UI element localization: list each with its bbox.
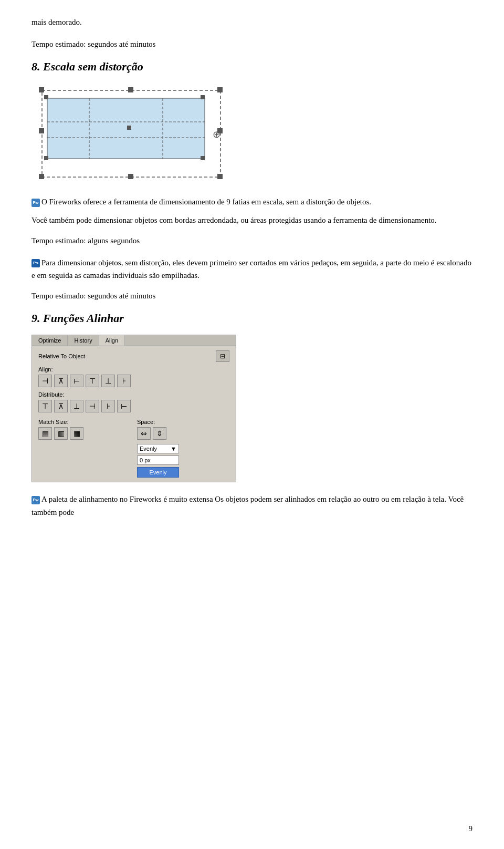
match-size-section: Match Size: ▤ ▥ ▦	[38, 417, 131, 444]
tab-history[interactable]: History	[68, 335, 99, 346]
section-8-para-3-text: Para dimensionar objetos, sem distorção,…	[32, 258, 471, 280]
tab-optimize[interactable]: Optimize	[32, 335, 68, 346]
space-section: Space: ⇔ ⇕ Evenly ▼ 0 px Evenly	[137, 417, 229, 478]
section-8-heading: 8. Escala sem distorção	[32, 60, 472, 74]
align-panel-tabs: Optimize History Align	[32, 335, 236, 346]
distribute-icons-row: ⊤ ⊼ ⊥ ⊣ ⊦ ⊢	[38, 400, 229, 412]
align-top-btn[interactable]: ⊤	[86, 375, 99, 387]
tab-align[interactable]: Align	[99, 335, 125, 346]
section-9-para-1-text: A paleta de alinhamento no Fireworks é m…	[32, 495, 464, 516]
space-label: Space:	[137, 419, 229, 425]
section-8-para-1-text: O Fireworks oferece a ferramenta de dime…	[41, 198, 371, 206]
svg-rect-9	[47, 98, 205, 159]
time-estimate-1: Tempo estimado: segundos até minutos	[32, 38, 472, 50]
relative-to-row: Relative To Object ⊟	[38, 350, 229, 362]
section-8-para-2: Você também pode dimensionar objetos com…	[32, 214, 472, 227]
align-panel-body: Relative To Object ⊟ Align: ⊣ ⊼ ⊢ ⊤ ⊥ ⊦ …	[32, 346, 236, 482]
svg-rect-6	[128, 174, 133, 179]
svg-rect-5	[128, 87, 133, 92]
relative-to-button[interactable]: ⊟	[216, 350, 229, 362]
align-section-label: Align:	[38, 366, 229, 372]
time-estimate-2: Tempo estimado: segundos até minutos	[32, 289, 472, 302]
dist-center-v-btn[interactable]: ⊦	[101, 400, 115, 412]
svg-rect-16	[44, 95, 48, 99]
scale-diagram: ⊕	[32, 85, 236, 185]
match-both-btn[interactable]: ▦	[70, 427, 83, 440]
section-8-para-1: FwO Fireworks oferece a ferramenta de di…	[32, 195, 472, 227]
svg-rect-3	[39, 174, 44, 179]
svg-text:⊕: ⊕	[213, 129, 220, 140]
space-v-btn[interactable]: ⇕	[153, 427, 166, 440]
align-right-btn[interactable]: ⊢	[70, 375, 83, 387]
align-panel: Optimize History Align Relative To Objec…	[32, 335, 236, 482]
align-bottom-row: Match Size: ▤ ▥ ▦ Space: ⇔ ⇕ Evenly	[38, 417, 229, 478]
space-dropdown-value: Evenly	[140, 446, 157, 452]
svg-rect-2	[217, 87, 223, 92]
section-9-heading: 9. Funções Alinhar	[32, 312, 472, 325]
svg-rect-14	[127, 126, 131, 130]
svg-rect-1	[39, 87, 44, 92]
space-dropdown[interactable]: Evenly ▼	[137, 444, 179, 453]
space-h-btn[interactable]: ⇔	[137, 427, 151, 440]
align-center-h-btn[interactable]: ⊼	[54, 375, 68, 387]
space-dropdown-arrow: ▼	[171, 446, 176, 452]
svg-rect-19	[201, 156, 205, 160]
intro-text: mais demorado.	[32, 16, 472, 28]
page-number: 9	[469, 824, 473, 833]
evenly-button[interactable]: Evenly	[137, 467, 179, 478]
svg-rect-18	[44, 156, 48, 160]
fw-icon-1: Fw	[32, 199, 40, 207]
align-center-v-btn[interactable]: ⊥	[101, 375, 115, 387]
section-8-para-3-block: PsPara dimensionar objetos, sem distorçã…	[32, 256, 472, 283]
space-px-field[interactable]: 0 px	[137, 455, 179, 465]
dist-left-btn[interactable]: ⊣	[86, 400, 99, 412]
dist-center-h-btn[interactable]: ⊼	[54, 400, 68, 412]
match-width-btn[interactable]: ▤	[38, 427, 52, 440]
ps-icon-1: Ps	[32, 259, 40, 267]
time-estimate-alguns: Tempo estimado: alguns segundos	[32, 234, 472, 247]
relative-to-label: Relative To Object	[38, 353, 85, 359]
match-size-icons-row: ▤ ▥ ▦	[38, 427, 131, 440]
svg-rect-4	[217, 174, 223, 179]
space-icons-row: ⇔ ⇕	[137, 427, 229, 440]
svg-rect-17	[201, 95, 205, 99]
match-size-label: Match Size:	[38, 419, 131, 425]
match-height-btn[interactable]: ▥	[54, 427, 68, 440]
align-bottom-btn[interactable]: ⊦	[117, 375, 131, 387]
align-left-btn[interactable]: ⊣	[38, 375, 52, 387]
dist-top-btn[interactable]: ⊤	[38, 400, 52, 412]
section-9-para-1-block: FwA paleta de alinhamento no Fireworks é…	[32, 493, 472, 519]
align-icons-row: ⊣ ⊼ ⊢ ⊤ ⊥ ⊦	[38, 375, 229, 387]
distribute-section-label: Distribute:	[38, 391, 229, 398]
dist-right-btn[interactable]: ⊢	[117, 400, 131, 412]
fw-icon-2: Fw	[32, 496, 40, 504]
scale-image-container: ⊕	[32, 85, 472, 185]
dist-bottom-btn[interactable]: ⊥	[70, 400, 83, 412]
svg-rect-7	[39, 128, 44, 133]
